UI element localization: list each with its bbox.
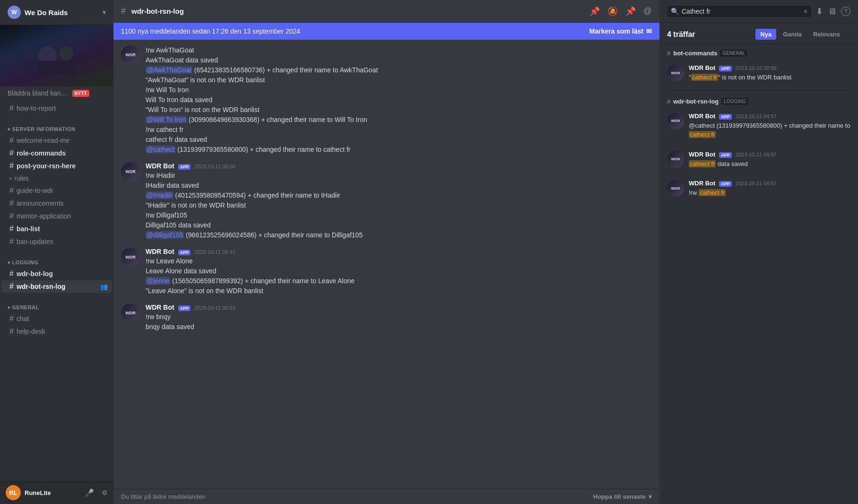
avatar: WDR [121,304,140,322]
channel-ban-list[interactable]: # ban-list [2,223,112,235]
settings-icon[interactable]: ⚙ [102,489,108,496]
channel-guide-to-wdr[interactable]: # guide-to-wdr [2,184,112,197]
app-badge: APP [178,164,191,170]
channel-rules[interactable]: ▪ rules [2,173,112,184]
server-header[interactable]: W We Do Raids ▾ [0,0,113,25]
channel-wdr-bot-rsn-log[interactable]: # wdr-bot-rsn-log 👥 [2,280,112,293]
channel-help-desk[interactable]: # help-desk [2,325,112,338]
channel-label: chat [17,315,29,322]
msg-author: WDR Bot [689,151,715,158]
section-label-server-info[interactable]: SERVER INFORMATION [0,124,113,134]
mention[interactable]: @Will To Iron [146,116,187,123]
chevron-down-icon: ▾ [103,9,106,16]
new-badge: NYTT [72,90,89,97]
msg-content: WDR Bot APP 2023-10-11 04:57 cathect fr … [689,151,850,169]
mark-as-read-label: Markera som läst [589,27,643,35]
channel-welcome-read-me[interactable]: # welcome-read-me [2,134,112,147]
channel-post-your-rsn-here[interactable]: # post-your-rsn-here [2,160,112,172]
mention[interactable]: @AwkThaGoat [146,66,192,74]
svg-point-1 [59,46,73,61]
members-icon[interactable]: 📌 [625,6,636,17]
tab-new[interactable]: Nya [755,29,776,40]
mention[interactable]: @jenne [146,277,170,285]
section-label-logging[interactable]: LOGGING [0,258,113,267]
avatar: WDR [667,151,684,168]
message-group: WDR !rw AwkThaGoat AwkThaGoat data saved… [113,43,659,156]
msg-text: cathect fr data saved [689,159,850,169]
channel-announcements[interactable]: # announcements [2,197,112,209]
section-label-general[interactable]: GENERAL [0,303,113,312]
hash-icon: # [9,199,14,208]
msg-line: bnqy data saved [146,322,652,332]
help-icon[interactable]: ? [841,7,850,16]
hash-icon: # [667,98,670,105]
channel-ban-updates[interactable]: # ban-updates [2,235,112,248]
manage-icon: 👥 [100,283,108,290]
channel-name: bot-commands [673,50,717,57]
mention[interactable]: @cathect [146,146,175,153]
channel-label: welcome-read-me [17,137,69,144]
search-icon: 🔍 [671,8,679,15]
viewing-older-text: Du tittar på äldre meddelanden [121,493,206,500]
msg-line: !rw cathect fr [146,125,652,135]
msg-author: WDR Bot [689,180,715,187]
msg-line: "Will To Iron" is not on the WDR banlist [146,105,652,115]
msg-author: WDR Bot [146,248,174,255]
msg-text: "cathect fr" is not on the WDR banlist [689,73,850,82]
msg-line: @dilligaf105 (966123525696024586) + chan… [146,230,652,240]
download-icon[interactable]: ⬇ [816,6,823,17]
msg-text: !rw IHadiir IHadiir data saved @IHadiir … [146,171,652,240]
browse-channels-label: Bläddra bland kan... [8,89,67,97]
message-content: WDR Bot APP 2023-10-11 05:06 !rw IHadiir… [146,162,652,240]
monitor-icon[interactable]: 🖥 [828,7,836,17]
notification-text: 1100 nya meddelanden sedan 17:26 den 13 … [121,27,300,35]
avatar: WDR [121,45,140,64]
search-panel: 🔍 × ⬇ 🖥 ? 4 träffar Nya Gamla Relevans #… [659,0,858,504]
hash-icon: # [9,186,14,195]
mute-icon[interactable]: 🔕 [607,6,618,17]
app-badge: APP [719,66,732,71]
messages-area: WDR !rw AwkThaGoat AwkThaGoat data saved… [113,40,659,489]
channel-label: post-your-rsn-here [17,162,76,170]
channel-name: wdr-bot-rsn-log [131,7,184,15]
highlight: cathect fr [689,160,716,167]
message-group: WDR WDR Bot APP 2023-10-11 05:41 !rw Lea… [113,246,659,298]
mark-as-read-button[interactable]: Markera som läst ✉ [589,27,652,35]
mention-icon[interactable]: @ [643,6,652,16]
channel-wdr-bot-log[interactable]: # wdr-bot-log [2,268,112,280]
jump-to-latest-button[interactable]: Hoppa till senaste ▾ [593,493,652,500]
message-header: WDR Bot APP 2023-10-11 05:06 [146,162,652,170]
search-close-icon[interactable]: × [804,8,807,15]
hash-icon: # [9,237,14,246]
msg-line: Will To Iron data saved [146,95,652,105]
channel-how-to-report[interactable]: # how-to-report [2,102,112,114]
channel-chat[interactable]: # chat [2,313,112,325]
pin-icon[interactable]: 📌 [589,6,600,17]
avatar: WDR [667,113,684,130]
mention[interactable]: @dilligaf105 [146,231,184,239]
mention[interactable]: @IHadiir [146,191,173,199]
jump-label: Hoppa till senaste [593,493,646,500]
mic-icon[interactable]: 🎤 [85,488,94,497]
msg-time: 2023-10-11 05:41 [194,249,235,255]
hash-icon: # [9,104,14,113]
square-icon: ▪ [9,175,11,182]
hash-icon: # [9,282,14,291]
msg-line: @jenne (156505065987899392) + changed th… [146,276,652,286]
msg-time: 2023-10-11 05:53 [194,305,235,311]
channel-role-commands[interactable]: # role-commands [2,147,112,159]
app-badge: APP [178,305,191,311]
msg-line: AwkThaGoat data saved [146,55,652,65]
search-input[interactable] [682,8,801,15]
message-group: WDR WDR Bot APP 2023-10-11 05:53 !rw bnq… [113,302,659,334]
msg-line: @cathect (131939979365580800) + changed … [146,145,652,155]
avatar-initials: RL [9,489,17,496]
tab-old[interactable]: Gamla [778,29,806,40]
hash-icon: # [9,225,14,233]
channel-label: wdr-bot-log [17,270,53,278]
tab-relevance[interactable]: Relevans [808,29,845,40]
message-group: WDR WDR Bot APP 2023-10-11 05:06 !rw IHa… [113,160,659,242]
msg-text: !rw Leave Alone Leave Alone data saved @… [146,256,652,296]
browse-channels[interactable]: Bläddra bland kan... NYTT [0,87,113,100]
channel-mentor-application[interactable]: # mentor-application [2,210,112,222]
